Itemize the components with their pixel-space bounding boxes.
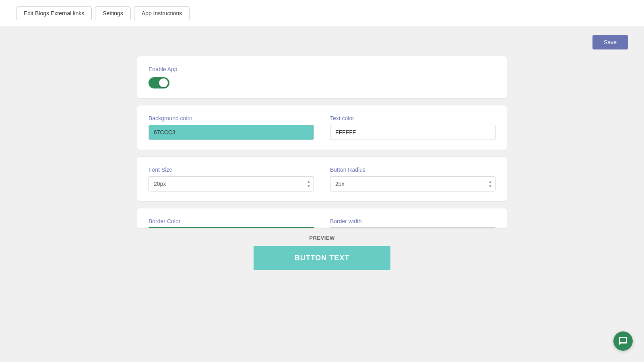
border-width-field: Border width xyxy=(330,218,495,228)
toggle-container xyxy=(149,77,495,88)
border-width-label: Border width xyxy=(330,218,495,228)
text-color-input[interactable]: FFFFFF xyxy=(330,125,495,140)
font-radius-card: Font Size 20px ▲ ▼ Button Radius 2px ▲ ▼ xyxy=(137,156,507,202)
background-color-field: Background color 67CCC3 xyxy=(149,115,314,140)
button-radius-label: Button Radius xyxy=(330,167,495,173)
font-size-label: Font Size xyxy=(149,167,314,173)
enable-app-card: Enable App xyxy=(137,56,507,99)
button-radius-up-arrow[interactable]: ▲ xyxy=(488,180,492,184)
button-radius-arrows: ▲ ▼ xyxy=(488,180,492,188)
button-radius-down-arrow[interactable]: ▼ xyxy=(488,184,492,188)
chat-icon xyxy=(618,336,628,346)
font-size-field: Font Size 20px ▲ ▼ xyxy=(149,167,314,191)
preview-label: PREVIEW xyxy=(16,235,628,241)
button-radius-field: Button Radius 2px ▲ ▼ xyxy=(330,167,495,191)
color-card: Background color 67CCC3 Text color FFFFF… xyxy=(137,105,507,150)
border-color-field: Border Color xyxy=(149,218,314,228)
main-content: Save Enable App Background color 67CCC3 … xyxy=(0,27,644,362)
font-size-wrapper: 20px ▲ ▼ xyxy=(149,176,314,191)
border-card: Border Color Border width xyxy=(137,208,507,228)
text-color-field: Text color FFFFFF xyxy=(330,115,495,140)
background-color-input[interactable]: 67CCC3 xyxy=(149,125,314,140)
preview-section: PREVIEW BUTTON TEXT xyxy=(16,228,628,270)
save-button[interactable]: Save xyxy=(592,35,628,49)
tab-settings[interactable]: Settings xyxy=(95,6,131,20)
color-row: Background color 67CCC3 Text color FFFFF… xyxy=(149,115,495,140)
font-size-arrows: ▲ ▼ xyxy=(307,180,311,188)
font-size-up-arrow[interactable]: ▲ xyxy=(307,180,311,184)
chat-bubble-button[interactable] xyxy=(613,331,633,351)
background-color-label: Background color xyxy=(149,115,314,121)
font-size-down-arrow[interactable]: ▼ xyxy=(307,184,311,188)
toggle-thumb xyxy=(159,78,168,87)
button-radius-wrapper: 2px ▲ ▼ xyxy=(330,176,495,191)
top-bar: Edit Blogs External links Settings App I… xyxy=(0,0,644,27)
button-radius-input[interactable]: 2px xyxy=(330,176,495,191)
font-radius-row: Font Size 20px ▲ ▼ Button Radius 2px ▲ ▼ xyxy=(149,167,495,191)
enable-app-label: Enable App xyxy=(149,66,495,72)
preview-button[interactable]: BUTTON TEXT xyxy=(254,246,390,270)
border-field-row: Border Color Border width xyxy=(149,218,495,228)
text-color-label: Text color xyxy=(330,115,495,121)
border-color-label: Border Color xyxy=(149,218,314,228)
tab-edit-blogs[interactable]: Edit Blogs External links xyxy=(16,6,92,20)
font-size-input[interactable]: 20px xyxy=(149,176,314,191)
enable-app-toggle[interactable] xyxy=(149,77,169,88)
save-btn-row: Save xyxy=(16,35,628,49)
tab-app-instructions[interactable]: App Instructions xyxy=(134,6,190,20)
